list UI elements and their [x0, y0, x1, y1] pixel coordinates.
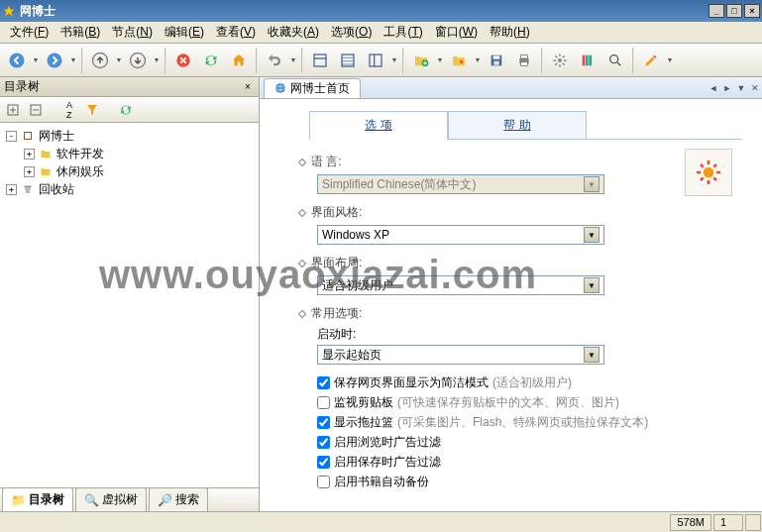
- expand-toggle[interactable]: -: [6, 131, 17, 142]
- left-tab[interactable]: 🔍虚拟树: [75, 487, 147, 511]
- lang-label: 语 言:: [311, 154, 342, 170]
- books-button[interactable]: [575, 48, 600, 73]
- search-button[interactable]: [602, 48, 628, 73]
- dropdown-icon[interactable]: ▼: [584, 347, 599, 363]
- checkbox-row: 启用浏览时广告过滤: [317, 434, 742, 451]
- print-button[interactable]: [511, 48, 537, 73]
- tab-next-icon[interactable]: ►: [720, 83, 734, 93]
- settings-button[interactable]: [547, 48, 573, 73]
- refresh-button[interactable]: [198, 48, 224, 73]
- menu-b[interactable]: 书籍(B): [54, 22, 106, 43]
- forward-dropdown[interactable]: ▼: [69, 56, 77, 63]
- sort-az-icon[interactable]: AZ: [59, 100, 79, 120]
- undo-dropdown[interactable]: ▼: [289, 56, 297, 63]
- maximize-button[interactable]: □: [726, 4, 742, 18]
- menu-o[interactable]: 选项(O): [325, 22, 378, 43]
- menu-h[interactable]: 帮助(H): [484, 22, 536, 43]
- svg-rect-20: [521, 61, 528, 65]
- undo-button[interactable]: [262, 48, 287, 73]
- view1-button[interactable]: [307, 48, 333, 73]
- tab-menu-icon[interactable]: ▼: [734, 83, 748, 93]
- view3-button[interactable]: [363, 48, 388, 73]
- checkbox[interactable]: [317, 376, 330, 389]
- newfolder-button[interactable]: [408, 48, 434, 73]
- checkbox[interactable]: [317, 436, 330, 449]
- language-select[interactable]: Simplified Chinese(简体中文)▼: [317, 174, 604, 194]
- menu-e[interactable]: 编辑(E): [159, 22, 210, 43]
- checkbox[interactable]: [317, 456, 330, 469]
- checkbox[interactable]: [317, 416, 330, 429]
- up-dropdown[interactable]: ▼: [115, 56, 123, 63]
- home-button[interactable]: [226, 48, 252, 73]
- layout-select[interactable]: 适合初级用户▼: [317, 275, 604, 295]
- recycle-icon: [20, 182, 36, 196]
- left-tab[interactable]: 🔎搜索: [149, 487, 208, 511]
- tree-node[interactable]: +软件开发: [2, 145, 257, 162]
- menu-n[interactable]: 节点(N): [106, 22, 159, 43]
- minimize-button[interactable]: _: [708, 4, 724, 18]
- checkbox-label: 监视剪贴板: [334, 394, 393, 411]
- checkbox[interactable]: [317, 396, 330, 409]
- tab-close-icon[interactable]: ✕: [748, 83, 762, 93]
- back-button[interactable]: [4, 48, 30, 73]
- expand-icon[interactable]: [3, 100, 23, 120]
- tab-label: 虚拟树: [102, 491, 138, 508]
- menu-a[interactable]: 收藏夹(A): [262, 22, 325, 43]
- newfolder-dropdown[interactable]: ▼: [436, 56, 444, 63]
- doc-tab[interactable]: 网博士首页: [264, 78, 361, 98]
- dropdown-icon[interactable]: ▼: [584, 176, 599, 192]
- menu-v[interactable]: 查看(V): [210, 22, 262, 43]
- tree-node[interactable]: -网博士: [2, 127, 257, 145]
- svg-rect-16: [493, 55, 500, 58]
- dropdown-icon[interactable]: ▼: [584, 227, 599, 243]
- view2-button[interactable]: [335, 48, 361, 73]
- left-tab[interactable]: 📁目录树: [2, 487, 73, 511]
- collapse-icon[interactable]: [26, 100, 46, 120]
- svg-rect-34: [25, 186, 32, 188]
- svg-point-2: [48, 53, 62, 67]
- down-button[interactable]: [125, 48, 151, 73]
- edit-dropdown[interactable]: ▼: [666, 56, 674, 63]
- down-dropdown[interactable]: ▼: [153, 56, 161, 63]
- expand-toggle[interactable]: +: [24, 149, 35, 160]
- tree-refresh-icon[interactable]: [116, 100, 136, 120]
- checkbox-row: 监视剪贴板(可快速保存剪贴板中的文本、网页、图片): [317, 394, 742, 411]
- close-button[interactable]: ×: [744, 4, 760, 18]
- folder2-dropdown[interactable]: ▼: [474, 56, 482, 63]
- checkbox-label: 启用保存时广告过滤: [334, 454, 441, 471]
- directory-tree[interactable]: -网博士+软件开发+休闲娱乐+回收站: [0, 123, 259, 487]
- svg-line-26: [617, 62, 620, 65]
- save-button[interactable]: [484, 48, 509, 73]
- folder2-button[interactable]: [446, 48, 472, 73]
- tree-label: 休闲娱乐: [56, 163, 104, 180]
- menu-f[interactable]: 文件(F): [4, 22, 54, 43]
- filter-icon[interactable]: [82, 100, 102, 120]
- diamond-icon: [298, 158, 306, 165]
- status-mem: 578M: [670, 514, 711, 531]
- inner-tab[interactable]: 选 项: [309, 111, 448, 140]
- folder-icon: [38, 164, 54, 178]
- expand-toggle[interactable]: +: [6, 184, 17, 195]
- startup-select[interactable]: 显示起始页▼: [317, 345, 604, 365]
- svg-rect-22: [583, 54, 586, 65]
- inner-tab[interactable]: 帮 助: [448, 111, 587, 139]
- common-label: 常用选项:: [311, 305, 362, 322]
- menu-t[interactable]: 工具(T): [378, 22, 428, 43]
- expand-toggle[interactable]: +: [24, 166, 35, 177]
- checkbox[interactable]: [317, 476, 330, 488]
- tree-node[interactable]: +休闲娱乐: [2, 162, 257, 180]
- back-dropdown[interactable]: ▼: [32, 56, 40, 63]
- tree-node[interactable]: +回收站: [2, 180, 257, 198]
- stop-button[interactable]: [170, 48, 196, 73]
- view3-dropdown[interactable]: ▼: [390, 56, 398, 63]
- forward-button[interactable]: [42, 48, 67, 73]
- edit-button[interactable]: [638, 48, 664, 73]
- tree-panel-close[interactable]: ×: [241, 80, 255, 94]
- dropdown-icon[interactable]: ▼: [584, 277, 599, 293]
- svg-marker-0: [4, 6, 14, 16]
- style-select[interactable]: Windows XP▼: [317, 225, 604, 245]
- tab-prev-icon[interactable]: ◄: [707, 83, 720, 93]
- up-button[interactable]: [87, 48, 113, 73]
- tree-panel-title: 目录树: [4, 78, 40, 95]
- menu-w[interactable]: 窗口(W): [429, 22, 484, 43]
